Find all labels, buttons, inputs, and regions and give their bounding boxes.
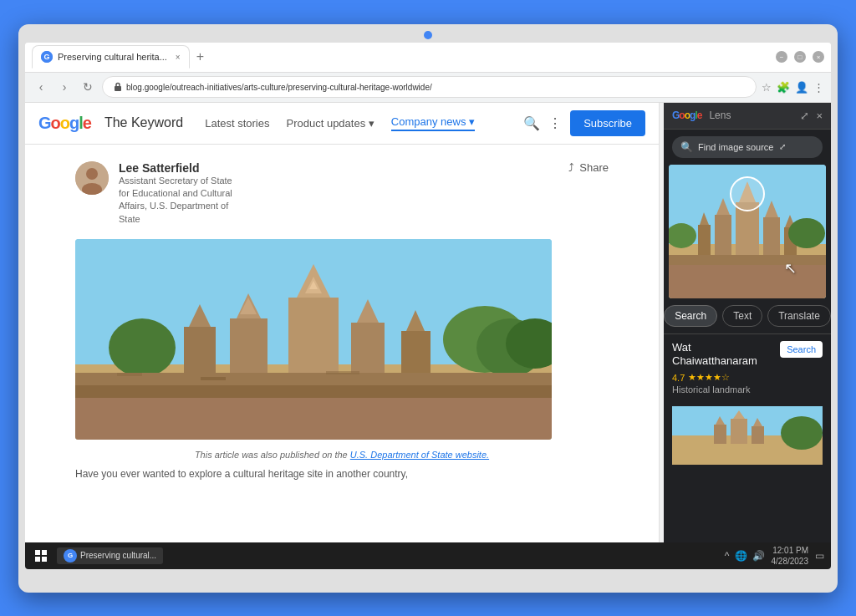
bookmark-icon[interactable]: ☆	[762, 81, 772, 94]
screen: G Preserving cultural herita... × + − □ …	[25, 43, 831, 569]
svg-rect-30	[326, 371, 359, 374]
tray-chevron-icon[interactable]: ^	[725, 550, 730, 562]
svg-rect-50	[731, 419, 747, 444]
svg-rect-38	[763, 217, 780, 257]
svg-rect-29	[201, 377, 226, 380]
lens-result-header: WatChaiwatthanaram Search	[672, 341, 823, 369]
find-image-source-button[interactable]: 🔍 Find image source ⤢	[672, 136, 823, 158]
back-button[interactable]: ‹	[32, 78, 50, 96]
nav-latest-stories[interactable]: Latest stories	[205, 117, 269, 130]
lens-panel: Google Lens ⤢ × 🔍 Find image source ⤢	[664, 103, 831, 542]
svg-rect-28	[117, 373, 142, 376]
lens-expand-icon[interactable]: ⤢	[800, 109, 809, 122]
lens-tabs: Search Text Translate	[664, 298, 831, 333]
svg-point-56	[781, 416, 823, 450]
svg-point-4	[86, 168, 98, 180]
svg-text:G: G	[43, 53, 49, 61]
tab-close-btn[interactable]: ×	[176, 53, 181, 62]
lens-search-icon: 🔍	[680, 141, 693, 153]
menu-icon[interactable]: ⋮	[813, 81, 824, 94]
taskbar-chrome-item[interactable]: G Preserving cultural...	[57, 547, 163, 564]
more-button[interactable]: ⋮	[548, 115, 562, 131]
place-type: Historical landmark	[672, 384, 823, 395]
lens-image-content: ↖	[669, 165, 826, 298]
tray-network-icon[interactable]: 🌐	[735, 550, 747, 562]
windows-taskbar: G Preserving cultural... ^ 🌐 🔊 12:01 PM …	[25, 542, 831, 569]
lens-header-icons: ⤢ ×	[800, 109, 823, 122]
start-button[interactable]	[32, 547, 50, 565]
show-desktop-icon[interactable]: ▭	[815, 550, 824, 562]
tab-title: Preserving cultural herita...	[58, 52, 167, 62]
image-caption: This article was also published on the U…	[75, 450, 609, 460]
google-logo: Google	[38, 114, 91, 133]
tab-favicon: G	[41, 51, 53, 63]
nav-product-updates[interactable]: Product updates ▾	[287, 117, 374, 130]
lens-place-name: WatChaiwatthanaram	[672, 341, 757, 369]
taskbar-tab-label: Preserving cultural...	[80, 551, 156, 560]
content-area: Google The Keyword Latest stories Produc…	[25, 103, 831, 542]
window-controls: − □ ×	[776, 51, 824, 63]
svg-rect-54	[752, 426, 764, 444]
lens-close-icon[interactable]: ×	[816, 109, 823, 122]
lens-tab-search[interactable]: Search	[664, 305, 717, 327]
find-source-external-icon: ⤢	[779, 142, 786, 151]
url-text: blog.google/outreach-initiatives/arts-cu…	[126, 83, 432, 92]
reload-button[interactable]: ↻	[79, 78, 97, 96]
clock-date: 4/28/2023	[772, 556, 809, 567]
extension-icon[interactable]: 🧩	[777, 81, 790, 94]
nav-company-news[interactable]: Company news ▾	[391, 115, 475, 131]
author-section: Lee Satterfield Assistant Secretary of S…	[75, 161, 609, 227]
share-button[interactable]: ⤴ Share	[568, 161, 609, 174]
svg-rect-13	[288, 298, 339, 381]
search-button[interactable]: 🔍	[523, 115, 540, 131]
lens-header: Google Lens ⤢ ×	[664, 103, 831, 130]
clock-time: 12:01 PM	[772, 545, 809, 556]
author-info: Lee Satterfield Assistant Secretary of S…	[119, 161, 558, 227]
lens-google-logo: Google	[672, 109, 701, 121]
laptop-frame: G Preserving cultural herita... × + − □ …	[18, 24, 838, 593]
subscribe-button[interactable]: Subscribe	[570, 110, 645, 136]
svg-point-12	[109, 318, 176, 377]
chrome-taskbar-icon: G	[64, 549, 77, 563]
header-nav: Latest stories Product updates ▾ Company…	[205, 115, 475, 131]
tray-volume-icon[interactable]: 🔊	[752, 550, 765, 562]
svg-rect-52	[714, 425, 726, 444]
lens-tab-translate[interactable]: Translate	[767, 305, 831, 327]
browser-main-content: Google The Keyword Latest stories Produc…	[25, 103, 659, 542]
rating-number: 4.7	[672, 373, 685, 383]
svg-rect-40	[698, 225, 711, 257]
author-title: Assistant Secretary of State for Educati…	[119, 175, 558, 227]
active-tab[interactable]: G Preserving cultural herita... ×	[32, 45, 190, 69]
lens-result-search-button[interactable]: Search	[780, 341, 823, 358]
taskbar-right: ^ 🌐 🔊 12:01 PM 4/28/2023 ▭	[725, 545, 824, 567]
profile-icon[interactable]: 👤	[795, 81, 808, 94]
lens-image-preview: ↖	[669, 165, 826, 298]
svg-point-44	[788, 218, 825, 248]
svg-rect-46	[669, 255, 826, 265]
forward-button[interactable]: ›	[55, 78, 74, 96]
system-tray: ^ 🌐 🔊	[725, 550, 765, 562]
svg-rect-17	[230, 318, 268, 381]
svg-point-47	[731, 177, 764, 211]
share-icon: ⤴	[568, 161, 574, 174]
clock-display[interactable]: 12:01 PM 4/28/2023	[772, 545, 809, 567]
site-header: Google The Keyword Latest stories Produc…	[25, 103, 659, 145]
caption-link[interactable]: U.S. Department of State website.	[350, 450, 489, 460]
maximize-button[interactable]: □	[794, 51, 806, 63]
author-name: Lee Satterfield	[119, 161, 558, 175]
article-image	[75, 239, 552, 440]
site-name: The Keyword	[104, 115, 183, 130]
stars-display: ★★★★☆	[688, 372, 730, 383]
svg-rect-27	[75, 385, 552, 398]
new-tab-button[interactable]: +	[193, 49, 207, 64]
avatar	[75, 161, 109, 195]
lens-thumbnail	[672, 406, 823, 465]
minimize-button[interactable]: −	[776, 51, 787, 63]
url-bar[interactable]: blog.google/outreach-initiatives/arts-cu…	[102, 76, 757, 98]
close-button[interactable]: ×	[813, 51, 824, 63]
cursor-indicator: ↖	[784, 259, 797, 277]
header-right: 🔍 ⋮ Subscribe	[523, 110, 645, 136]
lens-label: Lens	[709, 109, 731, 121]
svg-rect-2	[115, 86, 121, 91]
lens-tab-text[interactable]: Text	[722, 305, 762, 327]
